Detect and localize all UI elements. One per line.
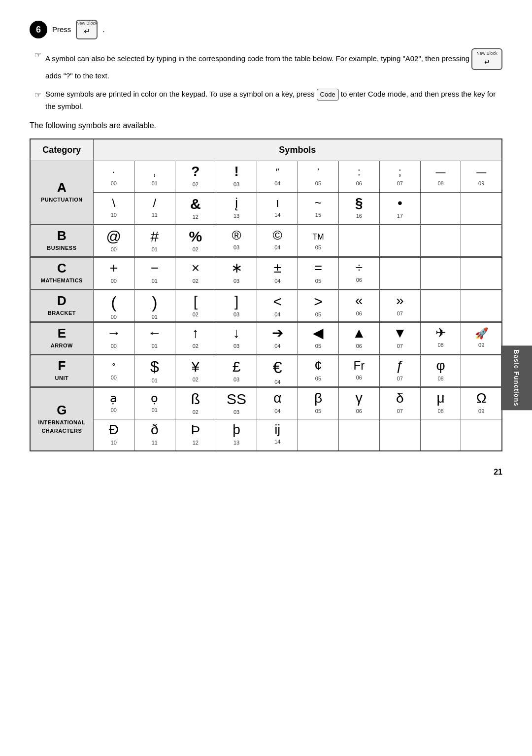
symbol-code: 12	[193, 213, 199, 221]
symbol-code: 06	[356, 179, 362, 188]
category-name: MATHEMATICS	[31, 276, 93, 285]
symbol-code: 00	[111, 277, 117, 285]
symbol-code: 08	[437, 179, 443, 188]
category-letter: A	[31, 181, 93, 194]
category-cell-b: BBUSINESS	[30, 225, 93, 257]
symbol-code: 02	[193, 180, 199, 189]
category-name: INTERNATIONALCHARACTERS	[31, 418, 93, 435]
category-name: ARROW	[31, 342, 93, 350]
symbol-char: [	[194, 293, 198, 309]
symbol-char: »	[396, 293, 404, 309]
symbol-cell: ÷06	[338, 258, 379, 289]
key-symbol: ↵	[84, 26, 90, 37]
symbol-cell: ,01	[134, 161, 175, 193]
symbol-cell: δ07	[379, 388, 420, 419]
symbol-char: ←	[148, 326, 162, 341]
symbol-cell: >05	[298, 290, 339, 322]
symbol-cell: ±04	[257, 258, 298, 289]
symbol-char: &	[190, 196, 201, 212]
symbol-char: Þ	[191, 422, 200, 438]
symbol-cell: ▲06	[338, 323, 379, 354]
symbol-char: ➔	[272, 326, 283, 341]
symbol-cell: !03	[216, 161, 257, 193]
symbol-char: €	[273, 358, 282, 377]
symbol-code: 08	[437, 375, 443, 383]
symbol-cell: ~15	[298, 193, 339, 224]
symbol-char: φ	[436, 358, 445, 374]
symbol-cell: (00	[93, 290, 134, 322]
symbol-code: 03	[233, 376, 239, 384]
category-cell-e: EARROW	[30, 323, 93, 354]
symbol-code: 06	[356, 407, 362, 415]
symbol-code: 05	[315, 342, 321, 350]
symbol-code: 00	[111, 179, 117, 188]
category-name: PUNCTUATION	[31, 196, 93, 204]
symbol-cell: $01	[134, 355, 175, 387]
note-icon-1: ☞	[34, 49, 41, 61]
symbol-char: ″	[276, 164, 279, 178]
symbol-char: ▲	[352, 326, 366, 341]
col-symbols: Symbols	[93, 139, 502, 161]
symbol-cell: —09	[461, 161, 502, 193]
symbol-char: @	[106, 228, 121, 244]
symbol-char: Ð	[109, 422, 119, 438]
symbol-code: 08	[437, 407, 443, 415]
table-row: \10/11&12į13ı14~15§16•17	[30, 193, 502, 224]
symbol-code: 06	[356, 374, 362, 382]
note-2-text: Some symbols are printed in color on the…	[45, 88, 502, 112]
symbol-char: ·	[112, 164, 115, 178]
symbol-cell	[461, 290, 502, 322]
symbol-code: 03	[233, 243, 239, 252]
symbol-cell: Þ12	[175, 419, 216, 451]
symbol-cell: ¥02	[175, 355, 216, 387]
symbol-cell: −01	[134, 258, 175, 289]
symbol-char: ↓	[233, 326, 240, 341]
symbol-cell: þ13	[216, 419, 257, 451]
symbol-code: 09	[478, 179, 484, 188]
symbol-code: 01	[152, 179, 158, 188]
symbol-cell: TM05	[298, 225, 339, 257]
symbol-cell: Fr06	[338, 355, 379, 387]
symbol-char: #	[151, 228, 159, 244]
symbol-char: ÷	[356, 261, 363, 275]
symbol-cell: £03	[216, 355, 257, 387]
table-row: APUNCTUATION·00,01?02!03″04′05:06;07—08—…	[30, 161, 502, 193]
symbol-code: 09	[478, 341, 484, 349]
note-icon-2: ☞	[34, 89, 41, 101]
side-tab-label: Basic Functions	[513, 349, 520, 406]
category-letter: C	[31, 262, 93, 275]
symbol-char: ọ	[151, 391, 158, 405]
symbol-char: —	[436, 164, 446, 178]
symbol-char: +	[110, 261, 118, 276]
symbol-cell: γ06	[338, 388, 379, 419]
symbol-cell: į13	[216, 193, 257, 224]
symbol-code: 04	[274, 310, 280, 319]
symbol-cell	[461, 193, 502, 224]
symbol-char: TM	[312, 228, 324, 242]
note-1: ☞ A symbol can also be selected by typin…	[34, 48, 502, 81]
symbol-cell: ′05	[298, 161, 339, 193]
symbol-char: ß	[191, 391, 200, 407]
symbol-char: →	[107, 326, 121, 341]
key-top-label: New Block	[76, 20, 98, 27]
col-category: Category	[30, 139, 93, 161]
table-row: CMATHEMATICS+00−01×02∗03±04=05÷06	[30, 258, 502, 289]
symbol-cell: ;07	[379, 161, 420, 193]
symbol-code: 02	[193, 342, 199, 350]
symbol-code: 04	[274, 342, 280, 350]
symbol-char: μ	[437, 391, 445, 406]
symbol-char: =	[314, 261, 322, 276]
symbol-code: 01	[152, 406, 158, 414]
symbol-cell: <04	[257, 290, 298, 322]
symbol-cell: ·00	[93, 161, 134, 193]
new-block-key-inline: New Block ↵	[471, 48, 502, 70]
symbol-char: ∗	[231, 261, 242, 276]
symbol-code: 06	[356, 276, 362, 284]
symbol-char: 🚀	[475, 326, 488, 340]
symbol-code: 05	[315, 277, 321, 285]
symbol-code: 06	[356, 309, 362, 318]
symbol-char: ạ	[110, 391, 117, 405]
symbol-char: δ	[396, 391, 404, 406]
symbol-char: (	[111, 293, 116, 311]
category-letter: B	[31, 229, 93, 242]
